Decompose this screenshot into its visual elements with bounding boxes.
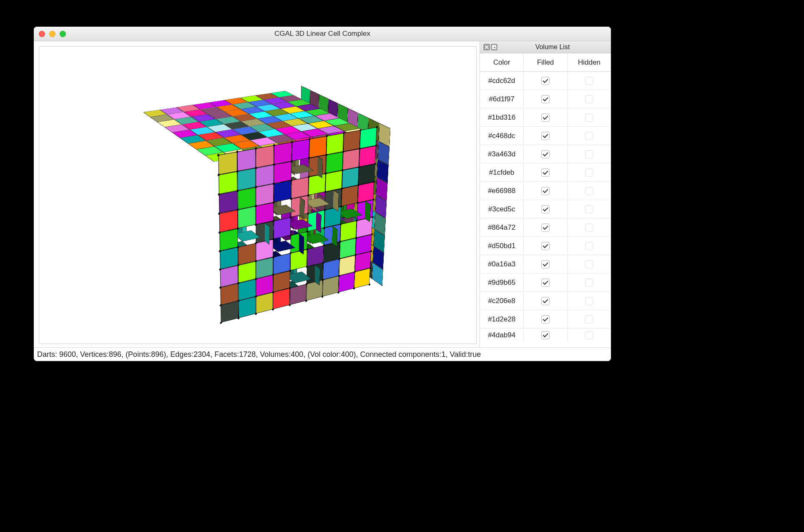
vertex-dot	[289, 304, 291, 306]
hidden-checkbox[interactable]	[585, 331, 593, 339]
hidden-checkbox[interactable]	[585, 205, 593, 213]
filled-checkbox[interactable]	[541, 331, 550, 339]
filled-checkbox[interactable]	[541, 132, 550, 140]
hidden-checkbox[interactable]	[585, 297, 593, 305]
filled-checkbox[interactable]	[541, 187, 550, 195]
hidden-checkbox[interactable]	[585, 260, 593, 269]
hidden-checkbox[interactable]	[585, 279, 593, 287]
color-cell[interactable]: #cdc62d	[480, 72, 524, 90]
hidden-checkbox[interactable]	[585, 132, 593, 140]
cell-face	[354, 268, 370, 289]
table-row: #c206e8	[480, 292, 611, 310]
color-cell[interactable]: #1cfdeb	[480, 163, 524, 181]
vertex-dot	[220, 321, 222, 324]
filled-checkbox[interactable]	[541, 95, 550, 103]
color-cell[interactable]: #c206e8	[480, 292, 524, 310]
statusbar: Darts: 9600, Vertices:896, (Points:896),…	[34, 347, 611, 361]
titlebar[interactable]: CGAL 3D Linear Cell Complex	[34, 27, 611, 41]
cell-face	[273, 288, 290, 309]
cell-face	[221, 301, 239, 323]
hidden-checkbox[interactable]	[585, 315, 593, 324]
table-row: #864a72	[480, 218, 611, 237]
color-cell[interactable]: #1bd316	[480, 108, 524, 126]
color-cell[interactable]: #d50bd1	[480, 237, 524, 255]
filled-checkbox[interactable]	[541, 113, 550, 122]
vertex-dot	[238, 317, 240, 319]
filled-checkbox[interactable]	[541, 260, 550, 269]
3d-viewport[interactable]	[39, 46, 477, 344]
color-cell[interactable]: #1d2e28	[480, 310, 524, 328]
table-row: #c468dc	[480, 127, 611, 145]
table-row: #1cfdeb	[480, 163, 611, 182]
color-cell[interactable]: #3ced5c	[480, 200, 524, 218]
vertex-dot	[272, 308, 274, 311]
vertex-dot	[369, 284, 370, 286]
color-cell[interactable]: #e66988	[480, 182, 524, 200]
hidden-checkbox[interactable]	[585, 223, 593, 232]
filled-checkbox[interactable]	[541, 223, 550, 232]
vertex-dot	[255, 313, 257, 315]
table-header: Color Filled Hidden	[480, 53, 611, 72]
minimize-icon[interactable]	[49, 31, 55, 37]
hidden-checkbox[interactable]	[585, 113, 593, 122]
cell-face	[237, 148, 256, 171]
table-row: #0a16a3	[480, 255, 611, 274]
table-row: #6d1f97	[480, 90, 611, 108]
volume-table: Color Filled Hidden #cdc62d#6d1f97#1bd31…	[480, 53, 611, 342]
col-header-color[interactable]: Color	[480, 53, 524, 71]
hidden-checkbox[interactable]	[585, 77, 593, 85]
color-cell[interactable]: #864a72	[480, 218, 524, 236]
hidden-checkbox[interactable]	[585, 187, 593, 195]
filled-checkbox[interactable]	[541, 150, 550, 158]
table-row: #1bd316	[480, 108, 611, 127]
color-cell[interactable]: #0a16a3	[480, 255, 524, 273]
cell-face	[291, 139, 309, 161]
color-cell[interactable]: #4dab94	[480, 329, 524, 342]
color-cell[interactable]: #c468dc	[480, 127, 524, 145]
cell-face	[274, 180, 291, 202]
panel-header[interactable]: Volume List	[480, 41, 611, 53]
window-title: CGAL 3D Linear Cell Complex	[34, 30, 611, 38]
filled-checkbox[interactable]	[541, 205, 550, 213]
svg-rect-1	[493, 46, 496, 49]
table-row: #3a463d	[480, 145, 611, 163]
color-cell[interactable]: #9d9b65	[480, 274, 524, 291]
filled-checkbox[interactable]	[541, 168, 550, 177]
hidden-checkbox[interactable]	[585, 168, 593, 177]
panel-float-icon[interactable]	[491, 44, 497, 50]
cell-face	[359, 127, 377, 149]
cell-face	[306, 280, 323, 301]
col-header-hidden[interactable]: Hidden	[568, 53, 611, 71]
color-cell[interactable]: #3a463d	[480, 145, 524, 163]
cell-face	[326, 133, 344, 155]
cell-face	[341, 185, 358, 206]
filled-checkbox[interactable]	[541, 77, 550, 85]
filled-checkbox[interactable]	[541, 242, 550, 250]
vertex-dot	[337, 291, 339, 294]
table-row: #e66988	[480, 182, 611, 200]
cell-face	[256, 145, 274, 168]
table-row: #3ced5c	[480, 200, 611, 218]
close-icon[interactable]	[39, 31, 45, 37]
cell-face	[322, 276, 339, 296]
panel-close-icon[interactable]	[483, 44, 490, 50]
color-cell[interactable]: #6d1f97	[480, 90, 524, 108]
filled-checkbox[interactable]	[541, 279, 550, 287]
zoom-icon[interactable]	[60, 31, 66, 37]
hidden-checkbox[interactable]	[585, 242, 593, 250]
cell-face	[308, 173, 326, 195]
table-row: #4dab94	[480, 329, 611, 342]
table-row: #1d2e28	[480, 310, 611, 329]
cell-face	[290, 249, 307, 271]
status-text: Darts: 9600, Vertices:896, (Points:896),…	[37, 350, 481, 359]
cell-face	[338, 272, 354, 293]
cell-face	[274, 142, 292, 165]
cell-face	[309, 136, 327, 158]
cell-face	[218, 152, 237, 175]
filled-checkbox[interactable]	[541, 297, 550, 305]
filled-checkbox[interactable]	[541, 315, 550, 324]
hidden-checkbox[interactable]	[585, 95, 593, 103]
vertex-dot	[305, 300, 307, 302]
hidden-checkbox[interactable]	[585, 150, 593, 158]
col-header-filled[interactable]: Filled	[524, 53, 568, 71]
